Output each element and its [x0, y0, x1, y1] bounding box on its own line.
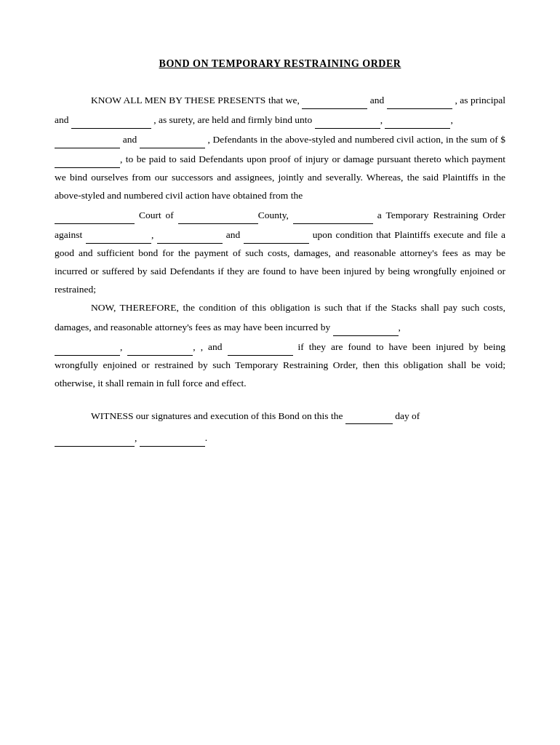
blank-incurred-4[interactable]	[228, 337, 293, 356]
paragraph-1: KNOW ALL MEN BY THESE PRESENTS that we, …	[55, 90, 505, 130]
document-body: KNOW ALL MEN BY THESE PRESENTS that we, …	[55, 90, 505, 447]
blank-defendant-2[interactable]	[385, 110, 450, 129]
paragraph-2: and , Defendants in the above-styled and…	[55, 130, 505, 205]
blank-tro[interactable]	[293, 205, 373, 224]
p4d-text: , and	[201, 341, 223, 352]
p1-text: KNOW ALL MEN BY THESE PRESENTS that we,	[91, 95, 300, 105]
blank-year[interactable]	[140, 428, 205, 447]
blank-month[interactable]	[55, 428, 135, 447]
blank-against-1[interactable]	[86, 225, 151, 244]
blank-incurred-3[interactable]	[127, 337, 193, 356]
blank-county[interactable]	[178, 205, 258, 224]
p5b-text: day of	[395, 410, 420, 421]
paragraph-3: Court of County, a Temporary Restraining…	[55, 205, 505, 299]
p4b-text: ,	[399, 322, 401, 332]
blank-surety[interactable]	[71, 110, 151, 129]
p1d-text: , as surety, are held and firmly bind un…	[153, 114, 312, 125]
p2b-text: , Defendants in the above-styled and num…	[207, 134, 505, 145]
p4a-text: NOW, THEREFORE, the condition of this ob…	[55, 302, 505, 332]
document-title: BOND ON TEMPORARY RESTRAINING ORDER	[55, 58, 505, 70]
blank-incurred-1[interactable]	[333, 317, 399, 336]
document-page: BOND ON TEMPORARY RESTRAINING ORDER KNOW…	[0, 0, 560, 745]
blank-defendant-4[interactable]	[140, 130, 205, 148]
blank-defendant-1[interactable]	[315, 110, 380, 129]
blank-day-number[interactable]	[345, 406, 393, 425]
paragraph-date: , .	[55, 428, 505, 447]
blank-against-3[interactable]	[244, 225, 309, 244]
p3d-text: ,	[151, 229, 153, 240]
paragraph-4b: , , , and if they are found to have been…	[55, 337, 505, 393]
p5a-text: WITNESS our signatures and execution of …	[91, 410, 343, 421]
p4c-text: ,	[193, 341, 195, 352]
blank-court-type[interactable]	[55, 205, 135, 224]
blank-defendant-3[interactable]	[55, 130, 120, 148]
blank-incurred-2[interactable]	[55, 337, 120, 356]
p1b-text: and	[370, 95, 385, 105]
p2a-text: and	[123, 134, 137, 145]
blank-against-2[interactable]	[157, 225, 223, 244]
p5d-text: .	[205, 432, 207, 443]
p3e-text: and	[226, 229, 241, 240]
blank-dollar-amount[interactable]	[55, 149, 120, 168]
blank-principal-1[interactable]	[302, 90, 367, 109]
p3b-text: County,	[258, 210, 289, 220]
blank-principal-2[interactable]	[387, 90, 452, 109]
p5c-text: ,	[135, 432, 137, 443]
paragraph-witness: WITNESS our signatures and execution of …	[55, 406, 505, 426]
p2c-text: , to be paid to said Defendants upon pro…	[55, 154, 505, 201]
p4c-sep: ,	[120, 341, 122, 352]
p3a-text: Court of	[139, 210, 174, 220]
paragraph-4: NOW, THEREFORE, the condition of this ob…	[55, 299, 505, 337]
